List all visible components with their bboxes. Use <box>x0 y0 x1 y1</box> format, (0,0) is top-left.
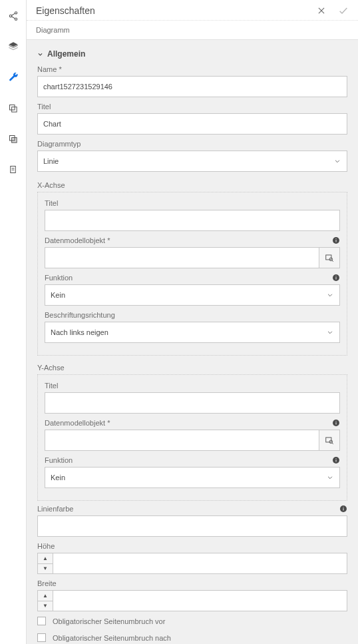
y-datenmodell-browse-button[interactable] <box>319 430 340 451</box>
wrench-icon[interactable] <box>0 68 27 87</box>
svg-rect-20 <box>326 255 331 260</box>
label-name: Name * <box>37 65 62 73</box>
chevron-down-icon <box>37 51 43 57</box>
field-y-datenmodell: Datenmodellobjekt * <box>45 419 340 451</box>
info-icon[interactable] <box>332 274 340 282</box>
x-beschriftung-select[interactable] <box>45 322 340 343</box>
subsection-yachse: Y-Achse Titel Datenmodellobjekt * <box>37 360 347 501</box>
confirm-icon[interactable] <box>338 5 349 16</box>
svg-rect-8 <box>10 105 15 110</box>
svg-rect-25 <box>336 276 337 276</box>
svg-line-31 <box>332 443 333 444</box>
field-hoehe: Höhe ▲ ▼ <box>37 542 347 574</box>
svg-rect-36 <box>343 508 344 511</box>
breite-step-down[interactable]: ▼ <box>37 601 53 612</box>
svg-point-21 <box>329 258 333 261</box>
label-x-datenmodell: Datenmodellobjekt * <box>45 236 110 244</box>
panel-title: Eigenschaften <box>36 5 95 16</box>
label-seitenumbruch-vor: Obligatorischer Seitenumbruch vor <box>53 617 165 625</box>
svg-point-2 <box>15 18 17 20</box>
name-input[interactable] <box>37 76 347 97</box>
info-icon[interactable] <box>332 456 340 464</box>
label-titel: Titel <box>37 103 51 111</box>
titel-input[interactable] <box>37 113 347 135</box>
field-diagrammtyp: Diagrammtyp <box>37 140 347 172</box>
svg-point-30 <box>329 440 333 444</box>
svg-rect-9 <box>12 107 17 112</box>
hoehe-step-down[interactable]: ▼ <box>37 564 53 575</box>
label-x-titel: Titel <box>45 199 58 207</box>
field-x-titel: Titel <box>45 199 340 231</box>
svg-line-4 <box>11 17 15 19</box>
svg-rect-27 <box>336 422 337 425</box>
x-datenmodell-browse-button[interactable] <box>319 247 340 268</box>
svg-rect-29 <box>326 438 331 442</box>
label-breite: Breite <box>37 579 57 587</box>
label-seitenumbruch-nach: Obligatorischer Seitenumbruch nach <box>53 634 171 642</box>
field-linienfarbe: Linienfarbe <box>37 505 347 537</box>
field-y-titel: Titel <box>45 382 340 414</box>
label-y-datenmodell: Datenmodellobjekt * <box>45 419 110 427</box>
x-datenmodell-input[interactable] <box>45 247 319 268</box>
label-xachse: X-Achse <box>37 177 347 192</box>
svg-point-1 <box>15 12 17 14</box>
breite-step-up[interactable]: ▲ <box>37 590 53 601</box>
hoehe-input[interactable] <box>53 553 347 574</box>
label-yachse: Y-Achse <box>37 360 347 374</box>
seitenumbruch-nach-checkbox[interactable] <box>37 633 46 642</box>
properties-panel: Eigenschaften Diagramm Allgemein Name * <box>27 0 358 644</box>
scroll-area[interactable]: Allgemein Name * Titel Diagrammtyp <box>27 40 358 644</box>
field-breite: Breite ▲ ▼ <box>37 579 347 611</box>
info-icon[interactable] <box>339 505 347 513</box>
svg-rect-19 <box>336 238 337 239</box>
browse-icon <box>325 253 334 262</box>
svg-rect-37 <box>343 507 344 507</box>
x-titel-input[interactable] <box>45 210 340 231</box>
info-icon[interactable] <box>332 419 340 427</box>
section-title: Allgemein <box>47 49 85 59</box>
svg-rect-18 <box>336 240 337 242</box>
panel-header: Eigenschaften <box>27 0 358 21</box>
label-hoehe: Höhe <box>37 542 55 550</box>
section-body: Name * Titel Diagrammtyp <box>31 63 354 644</box>
info-icon[interactable] <box>332 236 340 244</box>
field-x-beschriftung: Beschriftungsrichtung <box>45 311 340 343</box>
svg-rect-28 <box>336 421 337 422</box>
x-funktion-select[interactable] <box>45 284 340 306</box>
hoehe-step-up[interactable]: ▲ <box>37 553 53 564</box>
y-datenmodell-input[interactable] <box>45 430 319 451</box>
linienfarbe-input[interactable] <box>37 515 347 537</box>
copy-icon[interactable] <box>0 99 27 117</box>
paste-icon[interactable] <box>0 129 27 148</box>
breite-input[interactable] <box>53 590 347 611</box>
label-linienfarbe: Linienfarbe <box>37 505 73 513</box>
svg-rect-33 <box>336 460 337 462</box>
yachse-box: Titel Datenmodellobjekt * <box>37 374 347 501</box>
subsection-xachse: X-Achse Titel Datenmodellobjekt * <box>37 177 347 356</box>
svg-rect-12 <box>11 166 16 172</box>
label-y-funktion: Funktion <box>45 456 73 464</box>
share-icon[interactable] <box>0 7 27 25</box>
svg-line-3 <box>11 13 15 15</box>
layers-icon[interactable] <box>0 37 27 56</box>
svg-line-22 <box>332 260 333 262</box>
label-diagrammtyp: Diagrammtyp <box>37 140 81 148</box>
field-x-datenmodell: Datenmodellobjekt * <box>45 236 340 268</box>
close-icon[interactable] <box>317 6 326 15</box>
section-header[interactable]: Allgemein <box>31 44 354 63</box>
seitenumbruch-vor-checkbox[interactable] <box>37 617 46 625</box>
label-x-beschriftung: Beschriftungsrichtung <box>45 311 115 319</box>
field-seitenumbruch-nach: Obligatorischer Seitenumbruch nach <box>37 633 347 642</box>
field-seitenumbruch-vor: Obligatorischer Seitenumbruch vor <box>37 617 347 625</box>
clipboard-icon[interactable] <box>0 160 27 178</box>
field-name: Name * <box>37 65 347 97</box>
field-y-funktion: Funktion <box>45 456 340 488</box>
panel-subtitle: Diagramm <box>27 21 358 40</box>
y-funktion-select[interactable] <box>45 467 340 488</box>
section-allgemein: Allgemein Name * Titel Diagrammtyp <box>31 44 354 644</box>
svg-rect-24 <box>336 277 337 280</box>
browse-icon <box>325 436 334 445</box>
y-titel-input[interactable] <box>45 392 340 414</box>
svg-rect-34 <box>336 458 337 459</box>
diagrammtyp-select[interactable] <box>37 151 347 172</box>
